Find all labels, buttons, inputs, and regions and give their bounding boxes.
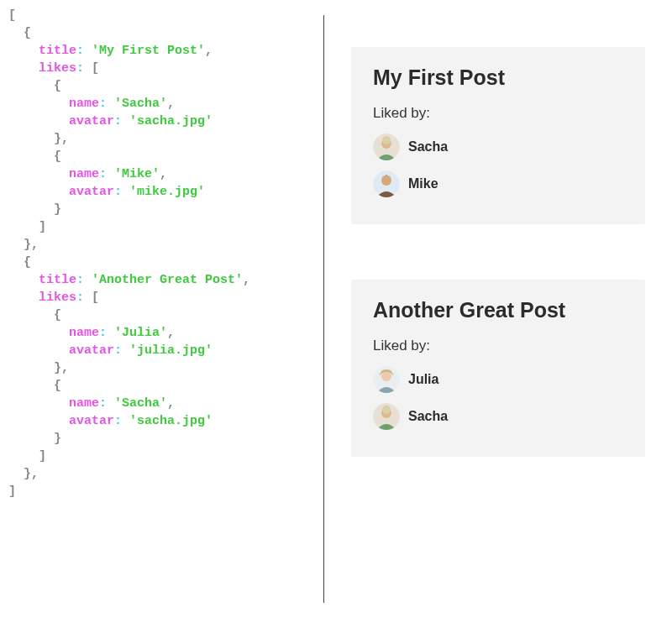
code-block: [ { title: 'My First Post', likes: [ { n…	[8, 7, 320, 500]
liker-row: Sacha	[373, 134, 623, 160]
post-title: My First Post	[373, 65, 623, 90]
code-pane: [ { title: 'My First Post', likes: [ { n…	[0, 0, 323, 618]
code-string: 'Mike'	[114, 167, 160, 181]
code-string: 'julia.jpg'	[129, 343, 213, 358]
code-key: likes	[39, 291, 76, 305]
code-key: title	[39, 273, 76, 287]
avatar	[373, 170, 400, 197]
code-key: name	[69, 326, 99, 340]
code-string: 'sacha.jpg'	[129, 114, 213, 128]
liked-by-label: Liked by:	[373, 338, 623, 354]
svg-point-2	[382, 136, 391, 144]
code-key: name	[69, 396, 99, 411]
liked-by-label: Liked by:	[373, 105, 623, 122]
preview-pane: My First Post Liked by: Sacha	[324, 0, 672, 618]
code-string: 'Julia'	[114, 326, 167, 340]
code-key: name	[69, 167, 99, 181]
code-key: avatar	[69, 343, 114, 358]
liker-name: Mike	[408, 176, 438, 191]
code-string: 'sacha.jpg'	[129, 414, 213, 428]
code-string: 'Another Great Post'	[92, 273, 243, 287]
code-key: title	[39, 44, 76, 58]
post-title: Another Great Post	[373, 298, 623, 322]
liker-row: Sacha	[373, 403, 623, 430]
liker-name: Sacha	[408, 139, 448, 154]
avatar	[373, 403, 400, 430]
svg-point-4	[381, 175, 391, 186]
code-key: avatar	[69, 414, 114, 428]
svg-point-9	[382, 406, 391, 414]
liker-name: Sacha	[408, 409, 448, 424]
avatar	[373, 134, 400, 160]
liker-row: Mike	[373, 170, 623, 197]
code-key: avatar	[69, 185, 114, 199]
code-string: 'My First Post'	[92, 44, 205, 58]
code-key: likes	[39, 61, 76, 76]
avatar	[373, 366, 400, 393]
liker-row: Julia	[373, 366, 623, 393]
post-card: My First Post Liked by: Sacha	[351, 47, 645, 224]
code-string: 'Sacha'	[114, 97, 167, 111]
code-key: name	[69, 97, 99, 111]
post-card: Another Great Post Liked by: Julia	[351, 280, 645, 457]
code-string: 'Sacha'	[114, 396, 167, 411]
code-key: avatar	[69, 114, 114, 128]
liker-name: Julia	[408, 372, 438, 387]
code-string: 'mike.jpg'	[129, 185, 205, 199]
